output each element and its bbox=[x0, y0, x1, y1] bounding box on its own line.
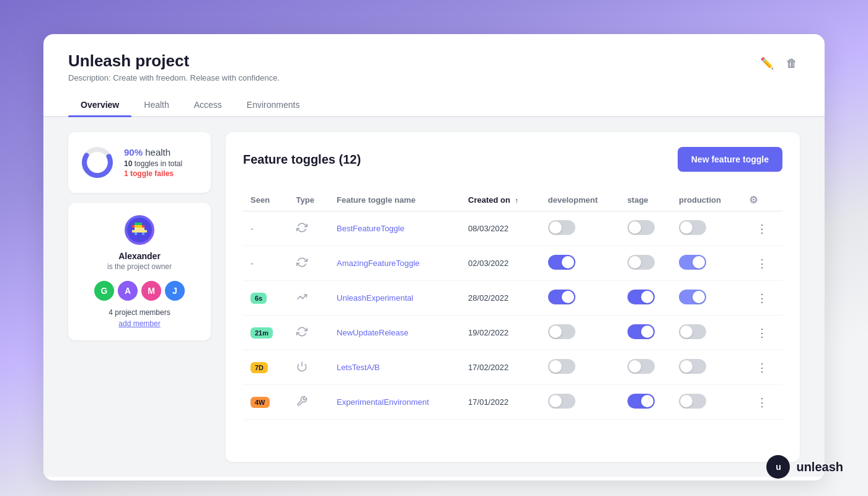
svg-rect-10 bbox=[142, 225, 144, 228]
toggle-name-link[interactable]: UnleashExperimental bbox=[337, 293, 414, 303]
type-icon bbox=[296, 259, 308, 270]
table-row: 7D LetsTestA/B 17/02/2022 ⋮ bbox=[243, 350, 782, 385]
cell-stage bbox=[620, 281, 671, 316]
add-member-link[interactable]: add member bbox=[79, 319, 200, 328]
stage-toggle[interactable] bbox=[627, 255, 655, 270]
prod-toggle[interactable] bbox=[679, 290, 706, 304]
more-button[interactable]: ⋮ bbox=[753, 255, 771, 272]
member-avatar-2: A bbox=[118, 281, 138, 301]
owner-card: Alexander is the project owner G A M J 4… bbox=[68, 203, 211, 340]
col-stage: stage bbox=[620, 189, 671, 211]
health-chart-area: 90% health 10 toggles in total 1 toggle … bbox=[79, 144, 200, 180]
dev-toggle[interactable] bbox=[548, 255, 575, 270]
cell-created: 28/02/2022 bbox=[461, 281, 541, 316]
project-title-area: Unleash project Description: Create with… bbox=[68, 51, 280, 82]
tab-environments[interactable]: Environments bbox=[234, 94, 312, 116]
unleash-logo-circle: u bbox=[766, 455, 790, 479]
health-percent: 90% health bbox=[124, 147, 182, 157]
prod-toggle[interactable] bbox=[679, 394, 706, 409]
svg-rect-6 bbox=[132, 225, 135, 228]
sidebar: 90% health 10 toggles in total 1 toggle … bbox=[68, 132, 211, 462]
cell-type bbox=[289, 211, 329, 246]
type-icon bbox=[296, 398, 308, 409]
table-row: - AmazingFeatureToggle 02/03/2022 ⋮ bbox=[243, 246, 782, 281]
health-fails: 1 toggle failes bbox=[124, 169, 182, 178]
toggle-name-link[interactable]: LetsTestA/B bbox=[337, 363, 379, 372]
unleash-logo-text: unleash bbox=[796, 460, 843, 474]
stage-toggle[interactable] bbox=[627, 394, 655, 409]
more-button[interactable]: ⋮ bbox=[753, 394, 771, 410]
cell-name: BestFeatureToggle bbox=[329, 211, 461, 246]
dev-toggle[interactable] bbox=[548, 324, 575, 339]
cell-dev bbox=[541, 211, 620, 246]
table-row: 6s UnleashExperimental 28/02/2022 ⋮ bbox=[243, 281, 782, 316]
tab-overview[interactable]: Overview bbox=[68, 94, 131, 116]
cell-prod bbox=[671, 350, 742, 385]
avatar bbox=[125, 215, 154, 245]
sort-icon: ↑ bbox=[515, 197, 519, 204]
cell-name: ExperimentalEnvironment bbox=[329, 385, 461, 420]
cell-more: ⋮ bbox=[742, 385, 782, 420]
cell-seen: 4W bbox=[243, 385, 289, 420]
feature-toggles-table: Seen Type Feature toggle name Created on… bbox=[243, 189, 782, 420]
cell-created: 08/03/2022 bbox=[461, 211, 541, 246]
unleash-logo: u unleash bbox=[766, 455, 843, 479]
toggle-name-link[interactable]: BestFeatureToggle bbox=[337, 224, 404, 233]
toggle-name-link[interactable]: NewUpdateRelease bbox=[337, 328, 409, 337]
stage-toggle[interactable] bbox=[627, 290, 655, 304]
dev-toggle[interactable] bbox=[548, 394, 575, 409]
seen-badge: 4W bbox=[250, 397, 270, 408]
cell-stage bbox=[620, 316, 671, 350]
more-button[interactable]: ⋮ bbox=[753, 325, 771, 341]
prod-toggle[interactable] bbox=[679, 220, 706, 235]
prod-toggle[interactable] bbox=[679, 255, 706, 270]
owner-avatar-img bbox=[127, 218, 152, 242]
prod-toggle[interactable] bbox=[679, 324, 706, 339]
svg-rect-16 bbox=[142, 232, 144, 235]
stage-toggle[interactable] bbox=[627, 324, 655, 339]
cell-stage bbox=[620, 211, 671, 246]
new-feature-toggle-button[interactable]: New feature toggle bbox=[678, 147, 782, 172]
col-seen: Seen bbox=[243, 189, 289, 211]
dev-toggle[interactable] bbox=[548, 290, 575, 304]
project-header: Unleash project Description: Create with… bbox=[43, 34, 825, 82]
tab-access[interactable]: Access bbox=[182, 94, 234, 116]
more-button[interactable]: ⋮ bbox=[753, 290, 771, 306]
cell-prod bbox=[671, 246, 742, 281]
member-avatar-1: G bbox=[94, 281, 114, 301]
cell-dev bbox=[541, 350, 620, 385]
type-icon bbox=[296, 363, 308, 374]
tab-health[interactable]: Health bbox=[131, 94, 181, 116]
more-button[interactable]: ⋮ bbox=[753, 221, 771, 237]
members-row: G A M J bbox=[79, 281, 200, 301]
delete-button[interactable]: 🗑 bbox=[784, 54, 800, 73]
svg-rect-9 bbox=[140, 225, 142, 228]
content-area: 90% health 10 toggles in total 1 toggle … bbox=[43, 117, 825, 477]
toggle-name-link[interactable]: ExperimentalEnvironment bbox=[337, 397, 429, 407]
more-button[interactable]: ⋮ bbox=[753, 360, 771, 376]
cell-name: NewUpdateRelease bbox=[329, 316, 461, 350]
cell-dev bbox=[541, 246, 620, 281]
toggle-name-link[interactable]: AmazingFeatureToggle bbox=[337, 259, 420, 268]
stage-toggle[interactable] bbox=[627, 359, 655, 374]
svg-rect-11 bbox=[135, 228, 144, 230]
type-icon bbox=[296, 294, 308, 304]
main-card: Unleash project Description: Create with… bbox=[43, 34, 825, 480]
cell-type bbox=[289, 246, 329, 281]
owner-name: Alexander bbox=[118, 251, 161, 261]
members-count: 4 project members bbox=[79, 308, 200, 317]
cell-dev bbox=[541, 316, 620, 350]
dev-toggle[interactable] bbox=[548, 220, 575, 235]
member-avatar-4: J bbox=[165, 281, 185, 301]
tabs-bar: Overview Health Access Environments bbox=[43, 94, 825, 117]
type-icon bbox=[296, 224, 308, 235]
edit-button[interactable]: ✏️ bbox=[758, 54, 776, 73]
dev-toggle[interactable] bbox=[548, 359, 575, 374]
prod-toggle[interactable] bbox=[679, 359, 706, 374]
cell-created: 19/02/2022 bbox=[461, 316, 541, 350]
col-created[interactable]: Created on ↑ bbox=[461, 189, 541, 211]
stage-toggle[interactable] bbox=[627, 220, 655, 235]
cell-created: 17/02/2022 bbox=[461, 350, 541, 385]
type-icon bbox=[296, 329, 308, 339]
svg-rect-14 bbox=[144, 230, 147, 232]
